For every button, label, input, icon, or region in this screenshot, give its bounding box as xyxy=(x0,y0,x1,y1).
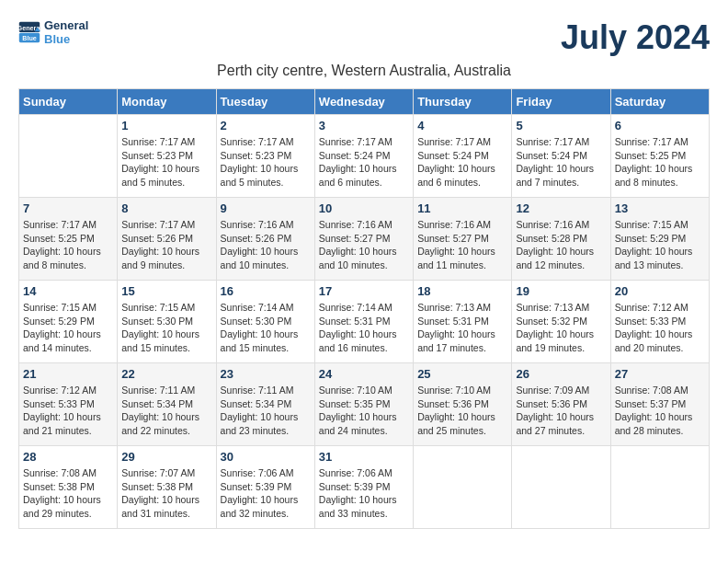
month-title: July 2024 xyxy=(561,18,710,57)
day-number: 5 xyxy=(516,119,606,132)
day-info: Sunrise: 7:12 AMSunset: 5:33 PMDaylight:… xyxy=(23,384,113,438)
calendar-cell: 3Sunrise: 7:17 AMSunset: 5:24 PMDaylight… xyxy=(314,115,413,198)
day-number: 27 xyxy=(615,367,705,381)
col-header-saturday: Saturday xyxy=(610,89,709,115)
day-info: Sunrise: 7:06 AMSunset: 5:39 PMDaylight:… xyxy=(221,466,311,521)
day-info: Sunrise: 7:10 AMSunset: 5:36 PMDaylight:… xyxy=(417,384,507,438)
day-info: Sunrise: 7:15 AMSunset: 5:29 PMDaylight:… xyxy=(23,301,113,355)
day-info: Sunrise: 7:13 AMSunset: 5:32 PMDaylight:… xyxy=(516,301,606,355)
logo-blue: Blue xyxy=(44,32,88,46)
calendar-cell: 27Sunrise: 7:08 AMSunset: 5:37 PMDayligh… xyxy=(610,363,709,446)
day-info: Sunrise: 7:12 AMSunset: 5:33 PMDaylight:… xyxy=(615,301,705,355)
calendar-cell: 2Sunrise: 7:17 AMSunset: 5:23 PMDaylight… xyxy=(216,115,314,198)
calendar-cell xyxy=(414,446,512,529)
day-number: 11 xyxy=(417,201,507,215)
calendar-cell xyxy=(512,446,610,529)
calendar-cell: 31Sunrise: 7:06 AMSunset: 5:39 PMDayligh… xyxy=(314,446,413,529)
calendar-cell: 28Sunrise: 7:08 AMSunset: 5:38 PMDayligh… xyxy=(19,446,118,529)
day-info: Sunrise: 7:11 AMSunset: 5:34 PMDaylight:… xyxy=(121,384,211,438)
day-number: 8 xyxy=(121,201,211,215)
day-info: Sunrise: 7:16 AMSunset: 5:27 PMDaylight:… xyxy=(319,218,409,272)
day-number: 10 xyxy=(319,201,409,215)
day-number: 12 xyxy=(516,201,606,215)
col-header-sunday: Sunday xyxy=(19,89,118,115)
day-info: Sunrise: 7:10 AMSunset: 5:35 PMDaylight:… xyxy=(319,384,409,438)
day-info: Sunrise: 7:09 AMSunset: 5:36 PMDaylight:… xyxy=(516,384,606,438)
calendar-cell: 18Sunrise: 7:13 AMSunset: 5:31 PMDayligh… xyxy=(414,281,512,363)
day-number: 23 xyxy=(221,367,311,381)
day-number: 25 xyxy=(417,367,507,381)
day-number: 15 xyxy=(121,284,211,298)
day-info: Sunrise: 7:15 AMSunset: 5:30 PMDaylight:… xyxy=(121,301,211,355)
logo-icon: General Blue xyxy=(18,21,40,43)
day-number: 3 xyxy=(319,119,409,132)
day-info: Sunrise: 7:15 AMSunset: 5:29 PMDaylight:… xyxy=(615,218,705,272)
calendar-cell: 29Sunrise: 7:07 AMSunset: 5:38 PMDayligh… xyxy=(118,446,216,529)
day-info: Sunrise: 7:14 AMSunset: 5:30 PMDaylight:… xyxy=(221,301,311,355)
day-info: Sunrise: 7:17 AMSunset: 5:24 PMDaylight:… xyxy=(516,135,606,190)
day-number: 16 xyxy=(221,284,311,298)
calendar-cell: 8Sunrise: 7:17 AMSunset: 5:26 PMDaylight… xyxy=(118,198,216,281)
day-number: 26 xyxy=(516,367,606,381)
calendar-cell: 11Sunrise: 7:16 AMSunset: 5:27 PMDayligh… xyxy=(414,198,512,281)
calendar-cell: 25Sunrise: 7:10 AMSunset: 5:36 PMDayligh… xyxy=(414,363,512,446)
day-number: 7 xyxy=(23,201,113,215)
col-header-thursday: Thursday xyxy=(414,89,512,115)
day-number: 1 xyxy=(121,119,211,132)
calendar-cell: 17Sunrise: 7:14 AMSunset: 5:31 PMDayligh… xyxy=(314,281,413,363)
day-number: 31 xyxy=(319,450,409,464)
col-header-monday: Monday xyxy=(118,89,216,115)
day-info: Sunrise: 7:17 AMSunset: 5:26 PMDaylight:… xyxy=(121,218,211,272)
logo: General Blue General Blue xyxy=(18,18,88,46)
day-info: Sunrise: 7:16 AMSunset: 5:28 PMDaylight:… xyxy=(516,218,606,272)
col-header-friday: Friday xyxy=(512,89,610,115)
calendar-cell: 14Sunrise: 7:15 AMSunset: 5:29 PMDayligh… xyxy=(19,281,118,363)
day-number: 30 xyxy=(221,450,311,464)
day-number: 20 xyxy=(615,284,705,298)
calendar-table: SundayMondayTuesdayWednesdayThursdayFrid… xyxy=(18,88,710,529)
calendar-cell: 10Sunrise: 7:16 AMSunset: 5:27 PMDayligh… xyxy=(314,198,413,281)
calendar-cell: 21Sunrise: 7:12 AMSunset: 5:33 PMDayligh… xyxy=(19,363,118,446)
location-subtitle: Perth city centre, Western Australia, Au… xyxy=(18,63,710,79)
day-number: 13 xyxy=(615,201,705,215)
day-number: 19 xyxy=(516,284,606,298)
day-info: Sunrise: 7:17 AMSunset: 5:23 PMDaylight:… xyxy=(221,135,311,190)
day-number: 29 xyxy=(121,450,211,464)
day-number: 2 xyxy=(221,119,311,132)
col-header-wednesday: Wednesday xyxy=(314,89,413,115)
calendar-cell: 5Sunrise: 7:17 AMSunset: 5:24 PMDaylight… xyxy=(512,115,610,198)
day-number: 24 xyxy=(319,367,409,381)
calendar-cell: 22Sunrise: 7:11 AMSunset: 5:34 PMDayligh… xyxy=(118,363,216,446)
day-info: Sunrise: 7:06 AMSunset: 5:39 PMDaylight:… xyxy=(319,466,409,521)
calendar-cell: 4Sunrise: 7:17 AMSunset: 5:24 PMDaylight… xyxy=(414,115,512,198)
calendar-cell: 20Sunrise: 7:12 AMSunset: 5:33 PMDayligh… xyxy=(610,281,709,363)
calendar-cell: 12Sunrise: 7:16 AMSunset: 5:28 PMDayligh… xyxy=(512,198,610,281)
day-info: Sunrise: 7:08 AMSunset: 5:37 PMDaylight:… xyxy=(615,384,705,438)
calendar-cell: 16Sunrise: 7:14 AMSunset: 5:30 PMDayligh… xyxy=(216,281,314,363)
day-number: 18 xyxy=(417,284,507,298)
calendar-cell: 7Sunrise: 7:17 AMSunset: 5:25 PMDaylight… xyxy=(19,198,118,281)
day-info: Sunrise: 7:11 AMSunset: 5:34 PMDaylight:… xyxy=(221,384,311,438)
day-number: 14 xyxy=(23,284,113,298)
day-info: Sunrise: 7:17 AMSunset: 5:23 PMDaylight:… xyxy=(121,135,211,190)
calendar-cell: 9Sunrise: 7:16 AMSunset: 5:26 PMDaylight… xyxy=(216,198,314,281)
svg-text:Blue: Blue xyxy=(22,34,37,42)
day-number: 9 xyxy=(221,201,311,215)
calendar-cell xyxy=(610,446,709,529)
day-number: 21 xyxy=(23,367,113,381)
calendar-cell: 26Sunrise: 7:09 AMSunset: 5:36 PMDayligh… xyxy=(512,363,610,446)
day-number: 17 xyxy=(319,284,409,298)
day-info: Sunrise: 7:08 AMSunset: 5:38 PMDaylight:… xyxy=(23,466,113,521)
day-info: Sunrise: 7:17 AMSunset: 5:25 PMDaylight:… xyxy=(615,135,705,190)
calendar-cell: 6Sunrise: 7:17 AMSunset: 5:25 PMDaylight… xyxy=(610,115,709,198)
calendar-cell xyxy=(19,115,118,198)
calendar-cell: 15Sunrise: 7:15 AMSunset: 5:30 PMDayligh… xyxy=(118,281,216,363)
day-info: Sunrise: 7:14 AMSunset: 5:31 PMDaylight:… xyxy=(319,301,409,355)
day-number: 4 xyxy=(417,119,507,132)
day-number: 22 xyxy=(121,367,211,381)
day-info: Sunrise: 7:16 AMSunset: 5:27 PMDaylight:… xyxy=(417,218,507,272)
calendar-cell: 30Sunrise: 7:06 AMSunset: 5:39 PMDayligh… xyxy=(216,446,314,529)
day-info: Sunrise: 7:13 AMSunset: 5:31 PMDaylight:… xyxy=(417,301,507,355)
day-info: Sunrise: 7:17 AMSunset: 5:24 PMDaylight:… xyxy=(417,135,507,190)
calendar-cell: 1Sunrise: 7:17 AMSunset: 5:23 PMDaylight… xyxy=(118,115,216,198)
